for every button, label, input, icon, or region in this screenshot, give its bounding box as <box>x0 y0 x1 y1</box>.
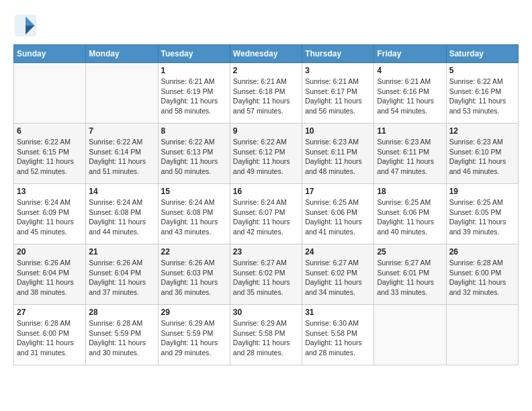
cell-day-info: Sunrise: 6:22 AM Sunset: 6:16 PM Dayligh… <box>449 77 515 116</box>
calendar-cell: 23Sunrise: 6:27 AM Sunset: 6:02 PM Dayli… <box>230 244 302 305</box>
calendar-cell: 16Sunrise: 6:24 AM Sunset: 6:07 PM Dayli… <box>230 184 302 244</box>
calendar-cell: 26Sunrise: 6:28 AM Sunset: 6:00 PM Dayli… <box>446 244 518 305</box>
page-header <box>13 13 519 38</box>
cell-day-info: Sunrise: 6:23 AM Sunset: 6:11 PM Dayligh… <box>305 137 371 177</box>
calendar-cell <box>14 63 86 124</box>
day-of-week-header: Wednesday <box>230 45 302 63</box>
cell-day-info: Sunrise: 6:26 AM Sunset: 6:03 PM Dayligh… <box>161 258 227 298</box>
calendar-cell: 25Sunrise: 6:27 AM Sunset: 6:01 PM Dayli… <box>374 244 446 305</box>
cell-day-number: 9 <box>233 126 299 136</box>
cell-day-info: Sunrise: 6:22 AM Sunset: 6:14 PM Dayligh… <box>89 137 154 177</box>
calendar-cell: 5Sunrise: 6:22 AM Sunset: 6:16 PM Daylig… <box>446 63 518 124</box>
calendar-cell: 21Sunrise: 6:26 AM Sunset: 6:04 PM Dayli… <box>86 244 158 305</box>
calendar-cell: 29Sunrise: 6:29 AM Sunset: 5:59 PM Dayli… <box>158 305 230 365</box>
cell-day-number: 31 <box>305 308 371 317</box>
cell-day-number: 5 <box>449 66 515 75</box>
calendar-cell: 14Sunrise: 6:24 AM Sunset: 6:08 PM Dayli… <box>86 184 158 244</box>
cell-day-info: Sunrise: 6:22 AM Sunset: 6:15 PM Dayligh… <box>17 137 83 177</box>
calendar-week-row: 6Sunrise: 6:22 AM Sunset: 6:15 PM Daylig… <box>14 124 519 184</box>
cell-day-number: 15 <box>161 187 227 196</box>
calendar-cell: 8Sunrise: 6:22 AM Sunset: 6:13 PM Daylig… <box>158 124 230 184</box>
cell-day-info: Sunrise: 6:25 AM Sunset: 6:05 PM Dayligh… <box>449 197 515 237</box>
cell-day-number: 16 <box>233 187 299 196</box>
cell-day-info: Sunrise: 6:21 AM Sunset: 6:16 PM Dayligh… <box>377 77 443 116</box>
day-of-week-header: Saturday <box>446 45 518 63</box>
cell-day-info: Sunrise: 6:22 AM Sunset: 6:12 PM Dayligh… <box>233 137 299 177</box>
cell-day-info: Sunrise: 6:23 AM Sunset: 6:11 PM Dayligh… <box>377 137 443 177</box>
cell-day-number: 19 <box>449 187 515 196</box>
cell-day-info: Sunrise: 6:24 AM Sunset: 6:09 PM Dayligh… <box>17 197 83 237</box>
cell-day-number: 22 <box>161 247 227 257</box>
calendar-cell: 9Sunrise: 6:22 AM Sunset: 6:12 PM Daylig… <box>230 124 302 184</box>
cell-day-number: 26 <box>449 247 515 257</box>
calendar-cell: 7Sunrise: 6:22 AM Sunset: 6:14 PM Daylig… <box>86 124 158 184</box>
cell-day-info: Sunrise: 6:25 AM Sunset: 6:06 PM Dayligh… <box>377 197 443 237</box>
calendar-week-row: 1Sunrise: 6:21 AM Sunset: 6:19 PM Daylig… <box>14 63 519 124</box>
calendar-week-row: 27Sunrise: 6:28 AM Sunset: 6:00 PM Dayli… <box>14 305 519 365</box>
cell-day-info: Sunrise: 6:24 AM Sunset: 6:08 PM Dayligh… <box>161 197 227 237</box>
cell-day-number: 4 <box>377 66 443 75</box>
calendar-cell: 1Sunrise: 6:21 AM Sunset: 6:19 PM Daylig… <box>158 63 230 124</box>
cell-day-info: Sunrise: 6:29 AM Sunset: 5:58 PM Dayligh… <box>233 318 299 358</box>
cell-day-number: 17 <box>305 187 371 196</box>
calendar-cell: 18Sunrise: 6:25 AM Sunset: 6:06 PM Dayli… <box>374 184 446 244</box>
cell-day-number: 8 <box>161 126 227 136</box>
calendar-cell: 28Sunrise: 6:28 AM Sunset: 5:59 PM Dayli… <box>86 305 158 365</box>
cell-day-info: Sunrise: 6:28 AM Sunset: 6:00 PM Dayligh… <box>449 258 515 298</box>
cell-day-number: 21 <box>89 247 154 257</box>
cell-day-number: 24 <box>305 247 371 257</box>
cell-day-info: Sunrise: 6:21 AM Sunset: 6:19 PM Dayligh… <box>161 77 227 116</box>
calendar-cell: 4Sunrise: 6:21 AM Sunset: 6:16 PM Daylig… <box>374 63 446 124</box>
calendar-cell: 20Sunrise: 6:26 AM Sunset: 6:04 PM Dayli… <box>14 244 86 305</box>
cell-day-info: Sunrise: 6:28 AM Sunset: 6:00 PM Dayligh… <box>17 318 83 358</box>
calendar-cell: 24Sunrise: 6:27 AM Sunset: 6:02 PM Dayli… <box>302 244 374 305</box>
cell-day-number: 1 <box>161 66 227 75</box>
cell-day-number: 30 <box>233 308 299 317</box>
cell-day-number: 14 <box>89 187 154 196</box>
cell-day-number: 10 <box>305 126 371 136</box>
calendar-cell: 13Sunrise: 6:24 AM Sunset: 6:09 PM Dayli… <box>14 184 86 244</box>
calendar-cell: 2Sunrise: 6:21 AM Sunset: 6:18 PM Daylig… <box>230 63 302 124</box>
cell-day-number: 18 <box>377 187 443 196</box>
cell-day-number: 28 <box>89 308 154 317</box>
cell-day-info: Sunrise: 6:23 AM Sunset: 6:10 PM Dayligh… <box>449 137 515 177</box>
cell-day-info: Sunrise: 6:24 AM Sunset: 6:08 PM Dayligh… <box>89 197 154 237</box>
calendar-cell: 30Sunrise: 6:29 AM Sunset: 5:58 PM Dayli… <box>230 305 302 365</box>
cell-day-number: 3 <box>305 66 371 75</box>
cell-day-info: Sunrise: 6:30 AM Sunset: 5:58 PM Dayligh… <box>305 318 371 358</box>
calendar-week-row: 20Sunrise: 6:26 AM Sunset: 6:04 PM Dayli… <box>14 244 519 305</box>
cell-day-number: 29 <box>161 308 227 317</box>
cell-day-number: 7 <box>89 126 154 136</box>
calendar-cell: 3Sunrise: 6:21 AM Sunset: 6:17 PM Daylig… <box>302 63 374 124</box>
cell-day-number: 11 <box>377 126 443 136</box>
calendar-cell: 15Sunrise: 6:24 AM Sunset: 6:08 PM Dayli… <box>158 184 230 244</box>
cell-day-info: Sunrise: 6:22 AM Sunset: 6:13 PM Dayligh… <box>161 137 227 177</box>
cell-day-info: Sunrise: 6:29 AM Sunset: 5:59 PM Dayligh… <box>161 318 227 358</box>
calendar-header-row: SundayMondayTuesdayWednesdayThursdayFrid… <box>14 45 519 63</box>
cell-day-info: Sunrise: 6:27 AM Sunset: 6:01 PM Dayligh… <box>377 258 443 298</box>
cell-day-number: 25 <box>377 247 443 257</box>
cell-day-info: Sunrise: 6:21 AM Sunset: 6:17 PM Dayligh… <box>305 77 371 116</box>
calendar-cell: 6Sunrise: 6:22 AM Sunset: 6:15 PM Daylig… <box>14 124 86 184</box>
cell-day-info: Sunrise: 6:26 AM Sunset: 6:04 PM Dayligh… <box>17 258 83 298</box>
cell-day-number: 2 <box>233 66 299 75</box>
cell-day-info: Sunrise: 6:27 AM Sunset: 6:02 PM Dayligh… <box>233 258 299 298</box>
calendar-week-row: 13Sunrise: 6:24 AM Sunset: 6:09 PM Dayli… <box>14 184 519 244</box>
cell-day-info: Sunrise: 6:26 AM Sunset: 6:04 PM Dayligh… <box>89 258 154 298</box>
cell-day-number: 6 <box>17 126 83 136</box>
cell-day-number: 20 <box>17 247 83 257</box>
calendar-cell: 27Sunrise: 6:28 AM Sunset: 6:00 PM Dayli… <box>14 305 86 365</box>
calendar-cell <box>446 305 518 365</box>
day-of-week-header: Monday <box>86 45 158 63</box>
cell-day-number: 13 <box>17 187 83 196</box>
logo-icon <box>13 13 38 38</box>
cell-day-info: Sunrise: 6:28 AM Sunset: 5:59 PM Dayligh… <box>89 318 154 358</box>
calendar-cell: 17Sunrise: 6:25 AM Sunset: 6:06 PM Dayli… <box>302 184 374 244</box>
cell-day-info: Sunrise: 6:25 AM Sunset: 6:06 PM Dayligh… <box>305 197 371 237</box>
calendar-table: SundayMondayTuesdayWednesdayThursdayFrid… <box>13 44 519 365</box>
cell-day-number: 12 <box>449 126 515 136</box>
calendar-cell: 12Sunrise: 6:23 AM Sunset: 6:10 PM Dayli… <box>446 124 518 184</box>
cell-day-number: 23 <box>233 247 299 257</box>
day-of-week-header: Thursday <box>302 45 374 63</box>
cell-day-number: 27 <box>17 308 83 317</box>
